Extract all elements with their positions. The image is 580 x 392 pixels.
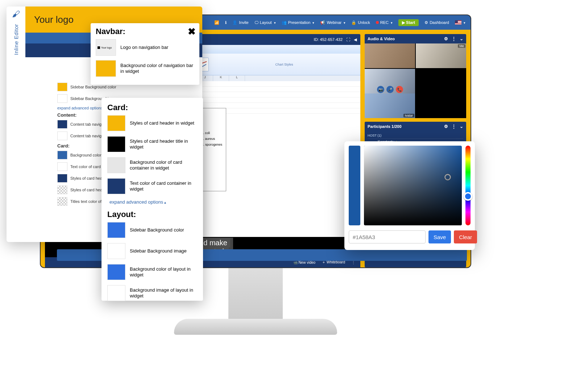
gear-icon[interactable] <box>444 124 448 129</box>
video-tile[interactable] <box>365 43 415 68</box>
popup-section-title: Card: <box>107 103 197 112</box>
setting-row[interactable]: Background image of layout in widget <box>107 285 197 301</box>
start-button[interactable]: ▶ Start <box>396 15 421 30</box>
panel-title: Participants 1/200 <box>368 124 402 129</box>
setting-row[interactable]: Text color of card container in widget <box>107 178 197 194</box>
webinar-menu[interactable]: Webinar <box>318 15 348 30</box>
color-swatch[interactable] <box>107 136 125 152</box>
wifi-icon <box>212 15 221 30</box>
popup-title: Navbar: <box>96 27 194 36</box>
collapse-icon[interactable]: ⌄ <box>460 36 463 41</box>
color-swatch[interactable] <box>107 178 125 194</box>
card-layout-settings-popup: Card: Styles of card header in widget St… <box>102 98 203 301</box>
setting-row[interactable]: Background color of layout in widget <box>107 264 197 280</box>
video-grid: Me 📷 🎤 📞 ivatar <box>365 43 466 118</box>
video-tile[interactable]: 📷 🎤 📞 ivatar <box>365 69 415 118</box>
image-swatch[interactable] <box>107 285 125 301</box>
brush-icon: 🖌 <box>12 9 20 19</box>
color-swatch[interactable] <box>107 264 125 280</box>
setting-row[interactable]: Styles of card header in widget <box>107 115 197 131</box>
gear-icon[interactable] <box>444 36 448 41</box>
setting-row[interactable]: Your logo Logo on navigation bar <box>96 39 194 56</box>
mic-icon[interactable]: 🎤 <box>386 86 394 93</box>
setting-row[interactable]: Background color of card container in wi… <box>107 157 197 173</box>
arrow-left-icon[interactable]: ◀ <box>354 37 357 42</box>
color-picker-popup: Save Clear <box>344 141 475 250</box>
layout-menu[interactable]: Layout <box>252 15 278 30</box>
video-tile[interactable]: Me <box>416 43 466 68</box>
hex-input[interactable] <box>349 230 426 243</box>
setting-row[interactable]: Styles of card header title in widget <box>107 136 197 152</box>
ribbon-group-label: Chart Styles <box>275 63 293 66</box>
setting-row[interactable]: Sidebar Background color <box>107 222 197 238</box>
setting-row[interactable]: Background color of navigation bar in wi… <box>96 60 194 77</box>
monitor-stand-base <box>174 319 337 335</box>
color-swatch[interactable] <box>107 115 125 131</box>
panel-title: Audio & Video <box>368 37 395 41</box>
info-icon[interactable] <box>223 15 229 30</box>
more-icon[interactable]: ⋮ <box>352 260 355 264</box>
image-swatch[interactable] <box>107 243 125 259</box>
collapse-icon[interactable]: ⌄ <box>460 124 463 129</box>
color-swatch[interactable] <box>107 222 125 238</box>
hangup-icon[interactable]: 📞 <box>396 86 403 93</box>
video-tile[interactable]: ivatar <box>365 93 415 118</box>
popup-section-title: Layout: <box>107 210 197 219</box>
invite-button[interactable]: Invite <box>230 15 250 30</box>
color-swatch[interactable] <box>96 60 116 77</box>
language-flag[interactable] <box>453 15 468 30</box>
presentation-menu[interactable]: Presentation <box>279 15 317 30</box>
audio-video-panel: Audio & Video ⋮⌄ Me 📷 🎤 📞 <box>365 34 466 118</box>
clear-button[interactable]: Clear <box>454 230 477 243</box>
more-icon[interactable]: ⋮ <box>452 124 456 129</box>
unlock-button[interactable]: Unlock <box>349 15 372 30</box>
close-icon[interactable]: ✖ <box>188 26 196 37</box>
save-button[interactable]: Save <box>428 230 451 243</box>
dashboard-button[interactable]: Dashboard <box>422 15 451 30</box>
new-video-button[interactable]: 📹 New video <box>293 260 315 264</box>
camera-icon[interactable]: 📷 <box>377 86 384 93</box>
logo-swatch[interactable]: Your logo <box>96 39 116 56</box>
color-swatch[interactable] <box>107 157 125 173</box>
rec-indicator[interactable]: REC <box>374 15 395 30</box>
navbar-settings-popup: ✖ Navbar: Your logo Logo on navigation b… <box>91 23 199 85</box>
hue-thumb[interactable] <box>464 192 472 201</box>
sv-cursor[interactable] <box>444 174 451 180</box>
current-color-swatch <box>349 146 360 225</box>
fullscreen-icon[interactable]: ⛶ <box>346 37 350 42</box>
inline-editor-tab[interactable]: 🖌 Inline Editor <box>7 7 25 83</box>
session-id: ID: 452-657-432 <box>314 37 343 42</box>
more-icon[interactable]: ⋮ <box>452 36 456 41</box>
saturation-value-field[interactable] <box>364 146 462 225</box>
host-section-label: HOST (1) <box>368 134 463 137</box>
setting-row[interactable]: Sidebar Background image <box>107 243 197 259</box>
hue-slider[interactable] <box>465 146 471 225</box>
expand-advanced-link[interactable]: expand advanced options <box>109 199 197 205</box>
